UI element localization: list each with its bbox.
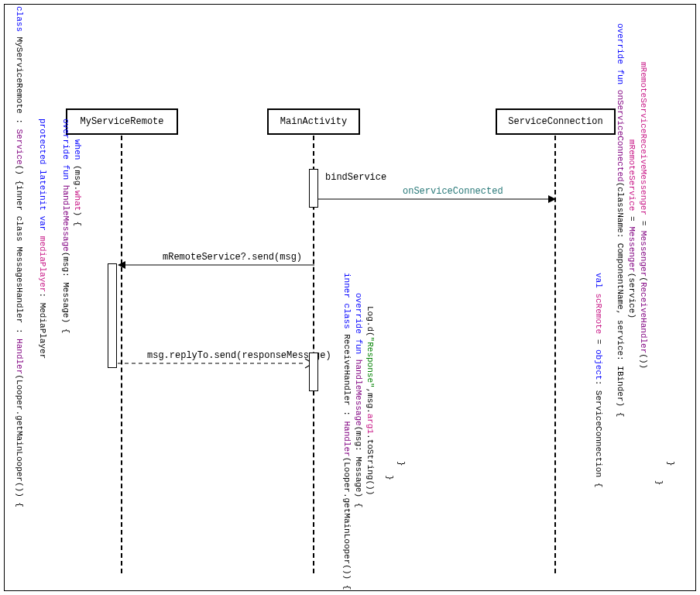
code-logd: Log.d("Response",msg.arg1.toString()) bbox=[364, 306, 376, 495]
lifeline-myserviceremote bbox=[121, 136, 122, 573]
code-scremote: val scRemote = object: ServiceConnection… bbox=[592, 273, 604, 487]
code-handlemessage-svc: override fun handleMessage(msg: Message)… bbox=[60, 119, 71, 333]
activation-myserviceremote bbox=[108, 263, 117, 368]
svg-marker-3 bbox=[118, 261, 125, 269]
code-close2-right: } bbox=[664, 461, 676, 466]
code-mediaplayer: protected lateinit var mediaPlayer: Medi… bbox=[36, 119, 48, 359]
message-bindservice-label: bindService bbox=[325, 172, 386, 183]
message-send-label: mRemoteService?.send(msg) bbox=[163, 252, 302, 263]
code-mremotereceive-assign: mRemoteServiceReceiveMessenger = Messeng… bbox=[637, 62, 649, 369]
code-receivehandler: inner class ReceiveHandler : Handler(Loo… bbox=[341, 273, 352, 590]
participant-serviceconnection: ServiceConnection bbox=[496, 108, 616, 135]
code-when: when (msg.what) { bbox=[71, 139, 83, 226]
code-myserviceremote: class MyServiceRemote : Service() {inner… bbox=[13, 6, 25, 507]
participant-label: MainActivity bbox=[280, 116, 347, 127]
activation-mainactivity-receive bbox=[309, 353, 318, 391]
participant-mainactivity: MainActivity bbox=[267, 108, 360, 135]
code-onserviceconnected: override fun onServiceConnected(classNam… bbox=[614, 23, 626, 417]
participant-label: ServiceConnection bbox=[508, 116, 602, 127]
message-reply-label: msg.replyTo.send(responseMessage) bbox=[147, 350, 331, 361]
code-mremoteservice-assign: mRemoteService = Messenger(service) bbox=[626, 139, 637, 318]
code-close2-mid: } bbox=[395, 461, 407, 466]
code-close1-mid: } bbox=[383, 465, 395, 480]
message-onserviceconnected-label: onServiceConnected bbox=[403, 186, 503, 197]
participant-label: MyServiceRemote bbox=[80, 116, 163, 127]
code-close1-right: } bbox=[653, 465, 664, 485]
participant-myserviceremote: MyServiceRemote bbox=[66, 108, 178, 135]
svg-marker-1 bbox=[548, 195, 556, 203]
sequence-diagram: MyServiceRemote MainActivity ServiceConn… bbox=[0, 0, 700, 595]
code-handlemessage-act: override fun handleMessage(msg: Message)… bbox=[352, 293, 364, 507]
